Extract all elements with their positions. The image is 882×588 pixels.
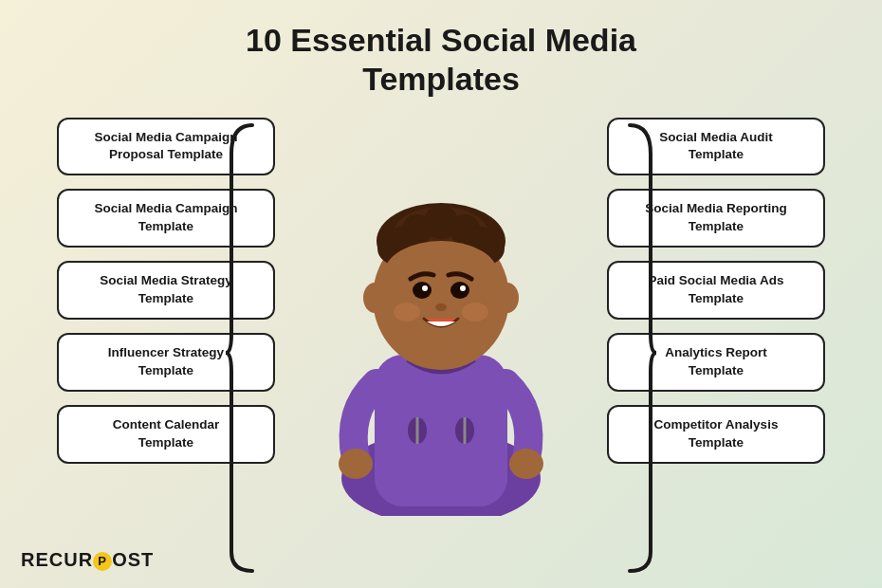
svg-point-21 xyxy=(460,285,466,291)
logo-text: RECUR xyxy=(21,549,93,570)
svg-point-20 xyxy=(422,285,428,291)
logo: RECURPOST xyxy=(21,549,154,571)
svg-point-23 xyxy=(394,303,420,322)
content-area: Social Media CampaignProposal Template S… xyxy=(0,99,882,588)
svg-point-25 xyxy=(363,283,386,313)
title-line2: Templates xyxy=(362,61,520,97)
svg-point-27 xyxy=(339,449,373,479)
svg-point-18 xyxy=(413,282,432,299)
main-container: 10 Essential Social Media Templates Soci… xyxy=(0,0,882,588)
left-bracket xyxy=(224,116,262,580)
page-title: 10 Essential Social Media Templates xyxy=(246,21,636,99)
svg-point-19 xyxy=(450,282,469,299)
svg-point-28 xyxy=(509,449,543,479)
logo-highlight: P xyxy=(93,552,112,571)
svg-point-17 xyxy=(384,241,498,307)
logo-text-after: OST xyxy=(112,549,154,570)
svg-point-26 xyxy=(496,283,519,313)
title-line1: 10 Essential Social Media xyxy=(246,22,636,58)
svg-rect-1 xyxy=(375,355,507,506)
left-column: Social Media CampaignProposal Template S… xyxy=(0,108,275,464)
svg-point-24 xyxy=(462,303,488,322)
right-bracket xyxy=(620,116,658,580)
right-column: Social Media AuditTemplate Social Media … xyxy=(607,108,882,464)
character-illustration xyxy=(318,108,564,516)
center-character xyxy=(275,108,607,516)
svg-point-22 xyxy=(435,303,447,311)
